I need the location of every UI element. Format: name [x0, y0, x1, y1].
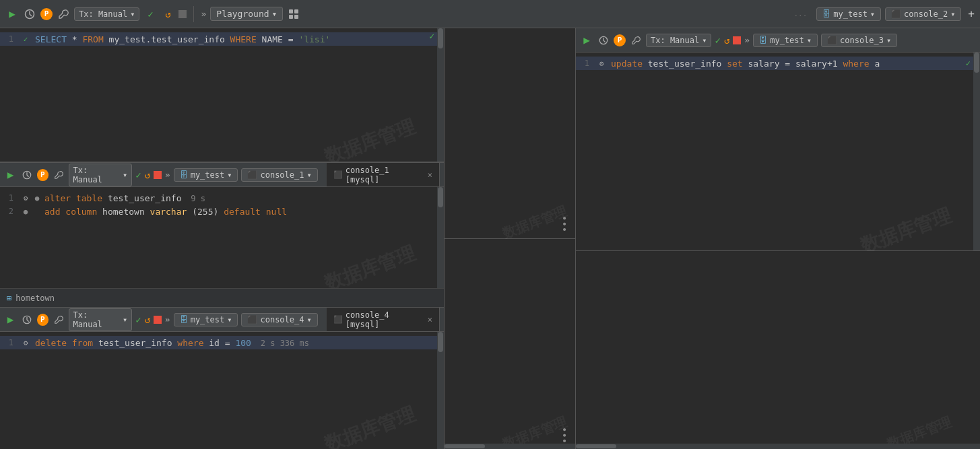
tab-console1[interactable]: ⬛ console_1 [mysql] × [327, 163, 440, 186]
left-panel: 1 ✓ SELECT * FROM my_test.test_user_info… [0, 28, 445, 449]
scrollbar-v-right[interactable] [973, 53, 980, 250]
top-db-selector[interactable]: 🗄 my_test ▾ [816, 7, 881, 21]
three-dot-4[interactable]: ••• [559, 427, 570, 444]
scrollbar-v-1[interactable] [437, 28, 444, 162]
console-selector-3[interactable]: ⬛ console_4 ▾ [241, 313, 317, 326]
chevron-right-icon[interactable]: » [201, 9, 206, 19]
wrench-icon-right[interactable] [629, 34, 643, 47]
svg-rect-3 [289, 15, 293, 19]
check-icon[interactable]: ✓ [143, 7, 157, 21]
right-panel: ▶ P Tx: Manual ▾ ✓ ↺ » 🗄 [576, 28, 980, 449]
p-icon-3: P [37, 314, 48, 326]
check-right[interactable]: ✓ [715, 35, 720, 46]
global-toolbar: ▶ P Tx: Manual ▾ ✓ ↺ » Playground ▾ ... … [0, 0, 980, 28]
result-text-2: hometown [15, 293, 55, 303]
chevron-db-right: ▾ [807, 36, 812, 45]
chevron-console-right: ▾ [886, 36, 891, 45]
db-selector-2[interactable]: 🗄 my_test ▾ [174, 168, 238, 182]
line-1-right: 1 ⚙ update test_user_info set salary = s… [576, 57, 980, 70]
pane1-check: ✓ [429, 31, 434, 41]
console4-tab-label: console_4 [mysql] [346, 310, 425, 329]
refresh-2[interactable]: ↺ [145, 170, 150, 180]
tx-manual-dropdown[interactable]: Tx: Manual ▾ [74, 7, 139, 21]
console-icon-3: ⬛ [247, 315, 257, 324]
db-icon-right: 🗄 [759, 36, 767, 45]
line-num-3-1: 1 [0, 338, 19, 347]
tx-manual-2[interactable]: Tx: Manual ▾ [69, 164, 133, 186]
clock-icon[interactable] [23, 7, 36, 21]
p-icon: P [40, 8, 53, 20]
right-console-area: 数据库管理 [576, 251, 980, 449]
chevron-right-3[interactable]: » [165, 314, 170, 324]
top-console-label: console_2 [904, 9, 948, 19]
stop-icon-3[interactable] [154, 316, 162, 324]
svg-rect-1 [289, 9, 293, 13]
console-selector-2[interactable]: ⬛ console_1 ▾ [241, 168, 317, 182]
check-2[interactable]: ✓ [135, 170, 141, 180]
chevron-down-icon: ▾ [130, 9, 135, 19]
console4-tab-close[interactable]: × [428, 315, 432, 324]
stop-icon-right[interactable] [733, 36, 741, 44]
wrench-icon-2[interactable] [52, 168, 65, 182]
wrench-icon[interactable] [57, 7, 70, 21]
refresh-right[interactable]: ↺ [724, 35, 729, 46]
check-3[interactable]: ✓ [135, 314, 141, 325]
play-btn-3[interactable]: ▶ [4, 313, 17, 326]
line-content-2-1[interactable]: alter table test_user_info 9 s [42, 193, 436, 203]
result-icon-2: ⊞ [7, 293, 11, 303]
line-content-right[interactable]: update test_user_info set salary = salar… [608, 59, 966, 69]
play-button[interactable]: ▶ [5, 7, 19, 21]
add-console-button[interactable]: + [968, 7, 975, 20]
tx-manual-3[interactable]: Tx: Manual ▾ [69, 308, 133, 331]
watermark-3: 数据库管理 [321, 401, 419, 449]
editor-pane-3: ▶ P Tx: Manual ▾ ✓ [0, 308, 444, 449]
chevron-right-right[interactable]: » [744, 35, 750, 45]
line-content-3[interactable]: delete from test_user_info where id = 10… [32, 338, 436, 348]
scrollbar-v-2[interactable] [437, 187, 444, 288]
refresh-icon[interactable]: ↺ [161, 7, 174, 21]
svg-rect-4 [294, 15, 298, 19]
watermark-1: 数据库管理 [321, 114, 419, 162]
stop-icon-2[interactable] [154, 171, 162, 179]
play-btn-2[interactable]: ▶ [4, 168, 17, 182]
line-content-2-2[interactable]: add column hometown varchar (255) defaul… [42, 207, 444, 217]
main-layout: 1 ✓ SELECT * FROM my_test.test_user_info… [0, 28, 980, 449]
db-icon-2: 🗄 [180, 170, 188, 180]
top-console-selector[interactable]: ⬛ console_2 ▾ [885, 7, 961, 21]
wrench-icon-3[interactable] [52, 313, 65, 326]
top-right-indicator: ... [793, 9, 807, 18]
console1-tab-icon: ⬛ [333, 170, 343, 179]
playground-label: Playground [216, 9, 269, 19]
line-content-1[interactable]: SELECT * FROM my_test.test_user_info WHE… [32, 34, 444, 44]
clock-icon-right[interactable] [597, 34, 610, 47]
scrollbar-h-console4[interactable] [445, 444, 575, 449]
tx-manual-right[interactable]: Tx: Manual ▾ [646, 34, 711, 47]
console4-content: 数据库管理 ••• [445, 239, 575, 450]
scrollbar-h-right[interactable] [576, 444, 980, 449]
refresh-3[interactable]: ↺ [145, 314, 150, 325]
chevron-down-top-db: ▾ [870, 9, 875, 19]
tx-label-3: Tx: Manual [73, 310, 121, 329]
grid-icon[interactable] [287, 7, 300, 21]
result-bar-2: ⊞ hometown [0, 288, 444, 307]
console1-tab-close[interactable]: × [428, 170, 432, 180]
stop-icon[interactable] [178, 10, 187, 18]
pane2-toolbar: ▶ P Tx: Manual ▾ ✓ [0, 163, 444, 187]
clock-icon-2[interactable] [20, 168, 33, 182]
tab-console4[interactable]: ⬛ console_4 [mysql] × [327, 308, 440, 331]
p-icon-right: P [614, 34, 626, 46]
play-btn-right[interactable]: ▶ [580, 34, 593, 47]
db-selector-3[interactable]: 🗄 my_test ▾ [174, 313, 238, 326]
console-selector-right[interactable]: ⬛ console_3 ▾ [821, 34, 897, 47]
svg-rect-2 [294, 9, 298, 13]
chevron-right-2[interactable]: » [165, 170, 170, 180]
console-label-right: console_3 [840, 36, 884, 45]
chevron-db-3: ▾ [227, 315, 232, 324]
line-1-pane2: 1 ⚙ ● alter table test_user_info 9 s ✓ [0, 191, 444, 205]
console4-tab-icon: ⬛ [333, 315, 343, 324]
three-dot-1[interactable]: ••• [559, 215, 570, 232]
playground-dropdown[interactable]: Playground ▾ [210, 7, 283, 21]
scrollbar-v-3[interactable] [437, 332, 444, 449]
clock-icon-3[interactable] [20, 313, 33, 326]
db-selector-right[interactable]: 🗄 my_test ▾ [753, 34, 818, 47]
